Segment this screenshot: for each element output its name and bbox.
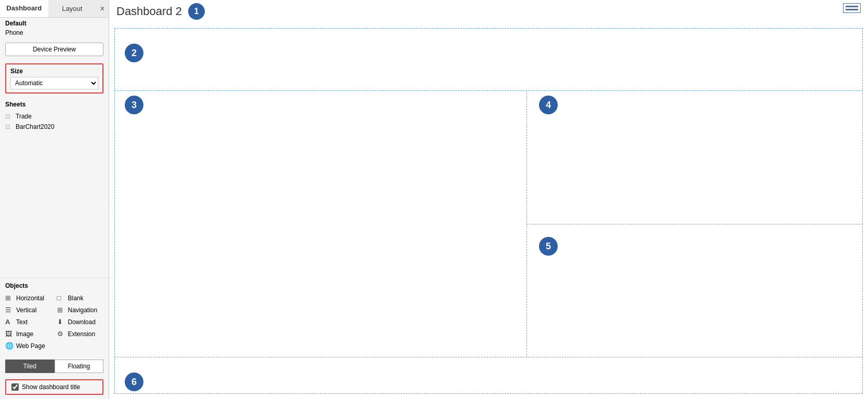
webpage-icon: 🌐 — [5, 342, 14, 350]
sheet-icon-trade: ⊡ — [5, 113, 12, 120]
obj-extension-label: Extension — [68, 330, 96, 338]
objects-title: Objects — [5, 282, 103, 289]
vertical-icon: ☰ — [5, 306, 14, 314]
sheet-label-barchart: BarChart2020 — [16, 123, 55, 130]
obj-text-label: Text — [16, 318, 28, 326]
obj-blank-label: Blank — [68, 295, 84, 302]
obj-vertical[interactable]: ☰ Vertical — [5, 304, 52, 315]
tab-layout[interactable]: Layout — [48, 1, 97, 17]
layout-tabs-container: Tiled Floating — [5, 360, 103, 373]
menu-line-2 — [846, 9, 858, 10]
circle-4: 4 — [539, 96, 558, 114]
sidebar: Dashboard Layout × Default Phone Device … — [0, 0, 109, 399]
h-divider-top — [114, 90, 863, 91]
main-canvas: Dashboard 2 1 2 3 — [109, 0, 868, 399]
image-icon: 🖼 — [5, 330, 14, 338]
size-section: Size Automatic — [5, 63, 103, 94]
layout-tab-floating[interactable]: Floating — [55, 360, 104, 373]
close-sidebar-button[interactable]: × — [96, 3, 109, 15]
hamburger-icon[interactable] — [843, 3, 861, 13]
obj-vertical-label: Vertical — [16, 307, 36, 314]
obj-blank[interactable]: □ Blank — [57, 292, 104, 303]
device-option-phone[interactable]: Phone — [5, 28, 103, 37]
sheet-item-barchart[interactable]: ⊡ BarChart2020 — [5, 122, 103, 132]
circle-6: 6 — [125, 373, 143, 391]
navigation-icon: ⊞ — [57, 306, 65, 314]
obj-image-label: Image — [16, 330, 33, 338]
text-icon: A — [5, 318, 14, 326]
h-divider-mid — [527, 224, 863, 224]
circle-1: 1 — [188, 3, 205, 20]
show-title-checkbox[interactable] — [11, 383, 19, 391]
obj-extension[interactable]: ⚙ Extension — [57, 328, 104, 339]
obj-horizontal-label: Horizontal — [16, 295, 44, 302]
layout-tab-tiled[interactable]: Tiled — [5, 360, 55, 373]
sheet-item-trade[interactable]: ⊡ Trade — [5, 111, 103, 122]
tab-dashboard[interactable]: Dashboard — [0, 0, 48, 17]
canvas-outline — [114, 28, 863, 394]
device-preview-button[interactable]: Device Preview — [5, 43, 103, 56]
horizontal-icon: ⊞ — [5, 294, 14, 302]
circle-5: 5 — [539, 237, 558, 256]
obj-horizontal[interactable]: ⊞ Horizontal — [5, 292, 52, 303]
sheet-label-trade: Trade — [16, 113, 32, 120]
obj-text[interactable]: A Text — [5, 316, 52, 327]
h-divider-bot — [114, 357, 863, 357]
sheets-title: Sheets — [5, 101, 103, 108]
obj-navigation[interactable]: ⊞ Navigation — [57, 304, 104, 315]
device-option-default[interactable]: Default — [5, 19, 103, 28]
objects-grid: ⊞ Horizontal □ Blank ☰ Vertical ⊞ Naviga… — [5, 292, 103, 351]
sheet-icon-barchart: ⊡ — [5, 123, 12, 130]
obj-webpage[interactable]: 🌐 Web Page — [5, 340, 52, 351]
size-label: Size — [10, 68, 98, 75]
download-icon: ⬇ — [57, 318, 65, 326]
extension-icon: ⚙ — [57, 330, 65, 338]
device-options: Default Phone — [0, 18, 109, 39]
sheets-section: Sheets ⊡ Trade ⊡ BarChart2020 — [0, 98, 109, 135]
show-title-row: Show dashboard title — [5, 379, 103, 395]
obj-download[interactable]: ⬇ Download — [57, 316, 104, 327]
obj-download-label: Download — [68, 318, 96, 326]
obj-navigation-label: Navigation — [68, 307, 98, 314]
blank-icon: □ — [57, 294, 65, 302]
show-title-label: Show dashboard title — [22, 383, 80, 391]
circle-3: 3 — [125, 96, 143, 114]
obj-image[interactable]: 🖼 Image — [5, 328, 52, 339]
circle-2: 2 — [125, 44, 143, 62]
top-right-menu[interactable] — [843, 3, 861, 13]
size-select[interactable]: Automatic — [10, 77, 98, 89]
objects-section: Objects ⊞ Horizontal □ Blank ☰ Vertical … — [0, 277, 109, 355]
dashboard-canvas: 2 3 4 5 6 — [109, 23, 868, 399]
menu-line-1 — [846, 6, 858, 7]
obj-webpage-label: Web Page — [16, 342, 45, 350]
dashboard-title: Dashboard 2 — [116, 5, 182, 18]
title-bar: Dashboard 2 1 — [109, 0, 868, 23]
